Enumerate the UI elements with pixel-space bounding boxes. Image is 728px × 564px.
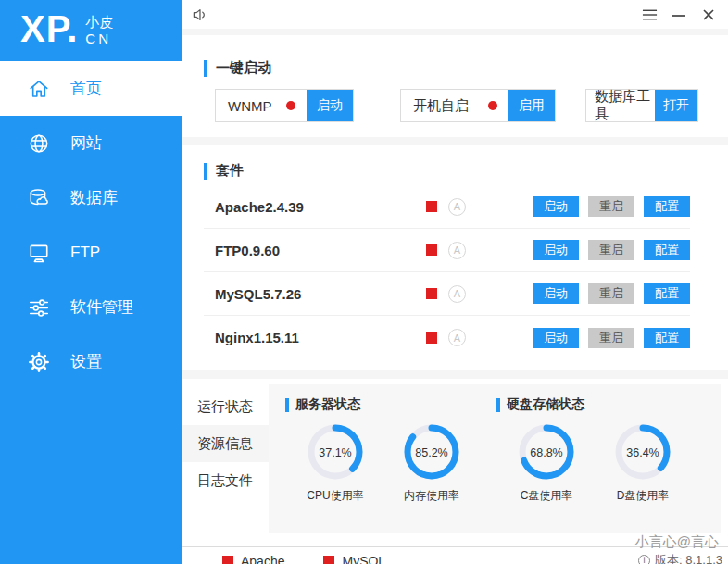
minimize-icon[interactable] [671, 6, 687, 23]
sidebar-item-label: 首页 [70, 78, 102, 99]
version-text: 版本: 8.1.1.3 [655, 552, 722, 564]
memory-usage-gauge: 85.2% 内存使用率 [383, 422, 480, 504]
svg-text:36.4%: 36.4% [626, 446, 659, 459]
autostart-toggle-icon[interactable]: A [448, 198, 466, 216]
cpu-usage-gauge: 37.1% CPU使用率 [287, 422, 383, 504]
status-panel: 服务器状态 37.1% CPU使用率 [269, 384, 721, 533]
wnmp-selector: WNMP 启动 [215, 89, 354, 122]
home-icon [28, 78, 50, 100]
sidebar-item-home[interactable]: 首页 [0, 61, 182, 116]
c-drive-usage-gauge: 68.8% C盘使用率 [498, 422, 595, 504]
status-dot [286, 101, 295, 110]
disk-gauges: 68.8% C盘使用率 36.4% D盘使用率 [496, 422, 708, 504]
restart-button[interactable]: 重启 [588, 283, 634, 304]
restart-button[interactable]: 重启 [588, 328, 634, 348]
wnmp-dropdown[interactable]: WNMP [216, 90, 307, 121]
suite-row-ftp: FTP0.9.60 A 启动 重启 配置 [204, 229, 690, 272]
sidebar: XP. 小皮 CN 首页 网站 [0, 0, 182, 564]
gauge-label: C盘使用率 [521, 488, 573, 504]
info-icon: i [638, 555, 650, 564]
section-divider [182, 137, 728, 145]
suite-title: 套件 [204, 162, 690, 180]
tab-resource-info[interactable]: 资源信息 [182, 425, 269, 462]
service-name: MySQL5.7.26 [215, 286, 426, 302]
section-divider [182, 370, 728, 379]
title-accent-bar [285, 398, 289, 412]
config-button[interactable]: 配置 [644, 328, 690, 348]
legend-item-apache: Apache [222, 554, 284, 564]
suite-row-mysql: MySQL5.7.26 A 启动 重启 配置 [204, 272, 690, 316]
svg-text:37.1%: 37.1% [319, 446, 351, 459]
service-status-indicator [426, 244, 437, 256]
logo-tagline-top: 小皮 [85, 14, 113, 30]
window-controls [641, 6, 717, 23]
database-icon [28, 187, 50, 209]
autostart-toggle-icon[interactable]: A [448, 285, 466, 303]
start-button[interactable]: 启动 [533, 328, 579, 348]
autostart-toggle-icon[interactable]: A [448, 329, 466, 346]
hamburger-menu-icon[interactable] [641, 6, 658, 23]
section-divider [182, 29, 728, 35]
sidebar-item-label: FTP [70, 244, 100, 262]
disk-status-title: 硬盘存储状态 [496, 396, 708, 413]
db-tool-label: 数据库工具 [586, 90, 655, 121]
suite-row-apache: Apache2.4.39 A 启动 重启 配置 [204, 185, 690, 229]
sidebar-item-software[interactable]: 软件管理 [0, 280, 182, 334]
version-info: i 版本: 8.1.1.3 [638, 552, 722, 564]
sidebar-nav: 首页 网站 数据库 [0, 61, 182, 389]
start-button[interactable]: 启动 [533, 196, 579, 217]
speaker-icon[interactable] [191, 6, 207, 23]
window-titlebar [182, 0, 728, 29]
svg-text:68.8%: 68.8% [530, 446, 562, 459]
legend-item-mysql: MySQL [323, 554, 385, 564]
sidebar-item-ftp[interactable]: FTP [0, 225, 182, 280]
autostart-label: 开机自启 [401, 90, 508, 121]
start-button[interactable]: 启动 [533, 283, 579, 304]
tab-log-files[interactable]: 日志文件 [182, 462, 269, 499]
sidebar-item-label: 网站 [70, 132, 102, 154]
start-all-button[interactable]: 启动 [307, 90, 353, 121]
status-section: 运行状态 资源信息 日志文件 服务器状态 37.1% CP [182, 379, 728, 546]
service-name: Apache2.4.39 [215, 199, 426, 215]
tab-running-status[interactable]: 运行状态 [182, 388, 269, 425]
gauge-label: D盘使用率 [617, 488, 670, 504]
sidebar-item-database[interactable]: 数据库 [0, 170, 182, 225]
db-tool-selector: 数据库工具 打开 [585, 89, 698, 122]
sidebar-item-settings[interactable]: 设置 [0, 334, 182, 389]
config-button[interactable]: 配置 [644, 240, 690, 260]
start-button[interactable]: 启动 [533, 240, 579, 260]
suite-section: 套件 Apache2.4.39 A 启动 重启 配置 FTP0.9.60 A 启… [182, 145, 728, 370]
monitor-icon [28, 242, 50, 264]
suite-row-nginx: Nginx1.15.11 A 启动 重启 配置 [204, 316, 690, 359]
restart-button[interactable]: 重启 [588, 196, 634, 217]
globe-icon [28, 132, 50, 155]
restart-button[interactable]: 重启 [588, 240, 634, 260]
config-button[interactable]: 配置 [644, 196, 690, 217]
open-db-tool-button[interactable]: 打开 [655, 90, 697, 121]
service-status-indicator [426, 332, 437, 344]
quick-start-title: 一键启动 [204, 59, 728, 77]
close-icon[interactable] [700, 6, 717, 23]
server-gauges: 37.1% CPU使用率 85.2% 内存使用率 [285, 422, 496, 504]
legend-status-square [323, 556, 334, 564]
quick-start-row: WNMP 启动 开机自启 启用 数据库工具 打开 [215, 89, 728, 122]
enable-autostart-button[interactable]: 启用 [508, 90, 555, 121]
legend-status-square [222, 556, 233, 564]
service-status-indicator [426, 201, 437, 212]
autostart-selector: 开机自启 启用 [400, 89, 556, 122]
service-status-indicator [426, 288, 437, 299]
config-button[interactable]: 配置 [644, 283, 690, 304]
d-drive-usage-gauge: 36.4% D盘使用率 [595, 422, 691, 504]
server-status-group: 服务器状态 37.1% CPU使用率 [285, 396, 496, 533]
app-logo: XP. 小皮 CN [0, 0, 182, 58]
title-accent-bar [204, 60, 207, 77]
watermark-text: 小言心@言心 [635, 533, 719, 551]
svg-text:85.2%: 85.2% [415, 446, 447, 459]
sidebar-item-label: 数据库 [70, 187, 118, 208]
status-tabs: 运行状态 资源信息 日志文件 [182, 379, 269, 546]
server-status-title: 服务器状态 [285, 396, 496, 413]
sidebar-item-website[interactable]: 网站 [0, 116, 182, 170]
autostart-toggle-icon[interactable]: A [448, 242, 466, 259]
gauge-label: 内存使用率 [404, 488, 459, 504]
main-area: 一键启动 WNMP 启动 开机自启 启用 数据库工具 [182, 0, 728, 564]
